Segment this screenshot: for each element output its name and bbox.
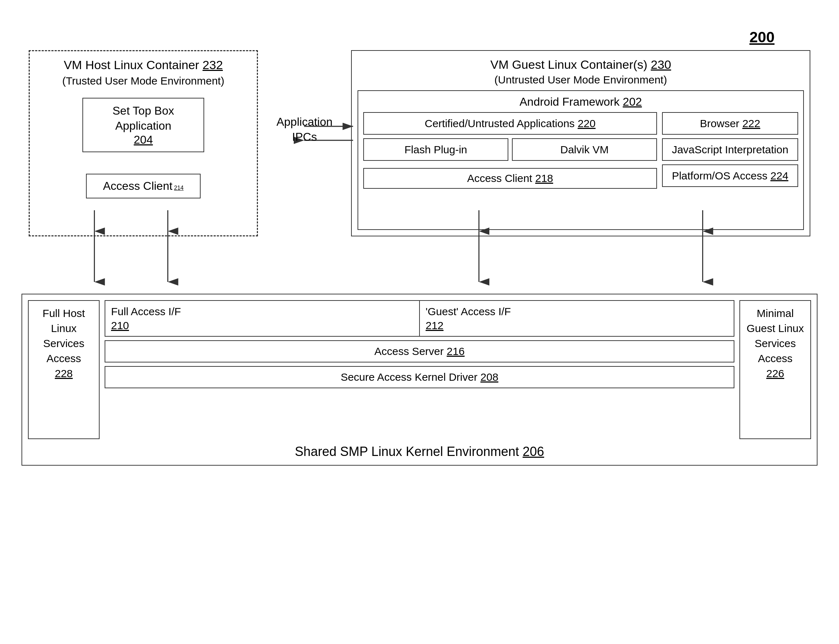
bottom-inner: Full Host Linux Services Access 228 Full… [28, 300, 811, 439]
bottom-section: Full Host Linux Services Access 228 Full… [21, 294, 818, 466]
secure-access-kernel-driver-box: Secure Access Kernel Driver 208 [105, 366, 734, 388]
full-access-if-box: Full Access I/F 210 [105, 300, 420, 337]
cert-apps-box: Certified/Untrusted Applications 220 [363, 112, 657, 135]
minimal-guest-linux-box: Minimal Guest Linux Services Access 226 [739, 300, 811, 439]
set-top-box-ref: 204 [90, 133, 196, 146]
access-client-218-box: Access Client 218 [363, 168, 657, 189]
set-top-box-label: Set Top Box Application [90, 104, 196, 133]
ipc-label: Application IPCs [265, 115, 344, 145]
dalvik-vm-box: Dalvik VM [512, 138, 657, 161]
android-inner: Certified/Untrusted Applications 220 Fla… [363, 112, 798, 223]
vm-host-subtitle: (Trusted User Mode Environment) [35, 75, 251, 87]
vm-guest-container: VM Guest Linux Container(s) 230 (Untrust… [351, 50, 810, 237]
access-server-box: Access Server 216 [105, 340, 734, 363]
browser-222-box: Browser 222 [662, 112, 798, 135]
access-if-row: Full Access I/F 210 'Guest' Access I/F 2… [105, 300, 734, 337]
guest-access-if-box: 'Guest' Access I/F 212 [420, 300, 734, 337]
access-client-214-ref: 214 [174, 185, 184, 191]
flash-dalvik-row: Flash Plug-in Dalvik VM [363, 138, 657, 161]
javascript-interpretation-box: JavaScript Interpretation [662, 138, 798, 161]
full-host-linux-box: Full Host Linux Services Access 228 [28, 300, 100, 439]
access-client-214-label: Access Client [103, 179, 173, 192]
android-framework-box: Android Framework 202 Certified/Untruste… [357, 90, 804, 230]
top-section: VM Host Linux Container 232 (Trusted Use… [21, 50, 818, 251]
vm-guest-subtitle: (Untrusted User Mode Environment) [357, 74, 804, 86]
flash-plugin-box: Flash Plug-in [363, 138, 508, 161]
kernel-middle: Full Access I/F 210 'Guest' Access I/F 2… [105, 300, 734, 439]
android-framework-title: Android Framework 202 [363, 95, 798, 108]
android-left: Certified/Untrusted Applications 220 Fla… [363, 112, 657, 223]
vm-host-container: VM Host Linux Container 232 (Trusted Use… [29, 50, 258, 237]
vm-host-title: VM Host Linux Container 232 [35, 57, 251, 73]
set-top-box-box: Set Top Box Application 204 [82, 98, 204, 152]
ipc-section: Application IPCs [265, 115, 344, 145]
figure-number: 200 [749, 29, 775, 46]
shared-kernel-label: Shared SMP Linux Kernel Environment 206 [28, 444, 811, 459]
platform-os-access-box: Platform/OS Access 224 [662, 164, 798, 187]
access-client-214-box: Access Client 214 [86, 174, 201, 199]
android-right: Browser 222 JavaScript Interpretation Pl… [662, 112, 798, 223]
vm-guest-title: VM Guest Linux Container(s) 230 [357, 57, 804, 72]
diagram-container: 200 [14, 21, 825, 630]
